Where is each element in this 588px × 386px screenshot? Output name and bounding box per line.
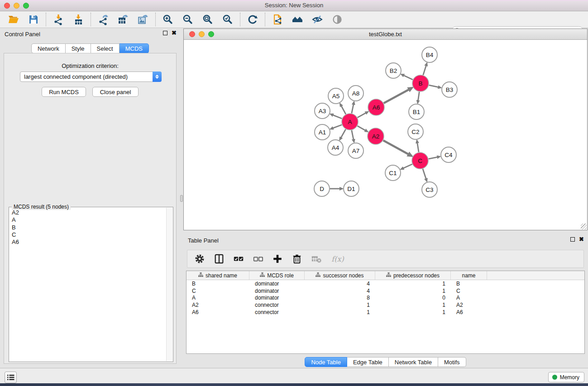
- edge-C-C4[interactable]: [429, 157, 438, 159]
- panel-splitter-grip[interactable]: [180, 195, 183, 202]
- table-cell[interactable]: A6: [451, 309, 487, 315]
- edge-C-C1[interactable]: [403, 164, 412, 168]
- import-network-icon[interactable]: [52, 13, 65, 26]
- refresh-icon[interactable]: [246, 13, 259, 26]
- edge-B-B1[interactable]: [418, 92, 420, 100]
- graph-node-A1[interactable]: A1: [315, 124, 330, 140]
- float-panel-icon[interactable]: [163, 31, 167, 35]
- mcds-result-item[interactable]: A6: [10, 238, 166, 246]
- graph-node-B4[interactable]: B4: [422, 47, 437, 62]
- graph-node-B3[interactable]: B3: [442, 82, 457, 97]
- eye-disabled-icon[interactable]: [331, 13, 344, 26]
- open-session-icon[interactable]: [7, 13, 20, 26]
- tab-select[interactable]: Select: [91, 43, 120, 53]
- edge-A2-C[interactable]: [383, 140, 409, 154]
- table-cell[interactable]: 0: [375, 295, 451, 301]
- edge-B-B3[interactable]: [429, 85, 439, 87]
- export-network-icon[interactable]: [97, 13, 110, 26]
- network-canvas[interactable]: B4B2BB3A5A8A6A3B1AA1C2A2A4A7C4CC1C3DD1: [184, 40, 587, 230]
- column-header-shared-name[interactable]: shared name: [186, 271, 249, 280]
- table-cell[interactable]: 1: [305, 302, 375, 308]
- table-cell[interactable]: connector: [249, 309, 305, 315]
- table-cell[interactable]: A2: [451, 302, 487, 308]
- mcds-result-item[interactable]: A2: [10, 209, 166, 216]
- table-cell[interactable]: dominator: [249, 281, 305, 287]
- tab-style[interactable]: Style: [66, 43, 91, 53]
- zoom-selected-icon[interactable]: [221, 13, 234, 26]
- graph-node-C[interactable]: C: [412, 152, 428, 169]
- mcds-result-item[interactable]: A: [10, 216, 166, 224]
- check-pair-icon[interactable]: [233, 253, 244, 265]
- table-cell[interactable]: B: [451, 281, 487, 287]
- table-cell[interactable]: 1: [375, 302, 451, 308]
- plus-icon[interactable]: [272, 253, 283, 265]
- task-history-button[interactable]: [5, 372, 17, 383]
- edge-A6-B[interactable]: [384, 90, 409, 103]
- edge-A-A6[interactable]: [358, 113, 366, 118]
- home-pair-icon[interactable]: [291, 13, 304, 26]
- graph-node-C4[interactable]: C4: [441, 147, 456, 162]
- graph-node-A3[interactable]: A3: [315, 103, 330, 119]
- table-row[interactable]: Bdominator41B: [186, 280, 584, 287]
- split-table-icon[interactable]: [213, 253, 225, 265]
- table-cell[interactable]: B: [186, 281, 249, 287]
- edge-A-A3[interactable]: [333, 115, 342, 119]
- tab-motifs[interactable]: Motifs: [438, 357, 466, 367]
- graph-node-C3[interactable]: C3: [422, 182, 437, 197]
- graph-node-B2[interactable]: B2: [386, 63, 401, 78]
- hide-graphics-details-icon[interactable]: [311, 13, 324, 26]
- table-row[interactable]: A6connector11A6: [186, 309, 584, 316]
- mcds-result-item[interactable]: C: [10, 231, 166, 238]
- table-cell[interactable]: A2: [186, 302, 249, 308]
- uncheck-pair-icon[interactable]: [252, 253, 264, 265]
- graph-node-B[interactable]: B: [412, 75, 429, 91]
- close-table-panel-icon[interactable]: ✖: [579, 237, 584, 242]
- save-session-icon[interactable]: [27, 13, 40, 26]
- graph-node-B1[interactable]: B1: [409, 104, 424, 119]
- edge-B-B2[interactable]: [404, 76, 413, 80]
- graph-node-C1[interactable]: C1: [385, 165, 401, 181]
- graph-node-A6[interactable]: A6: [368, 99, 384, 115]
- table-cell[interactable]: 1: [375, 281, 451, 287]
- zoom-fit-icon[interactable]: [201, 13, 214, 26]
- graph-node-A7[interactable]: A7: [348, 143, 363, 158]
- edge-A-A2[interactable]: [358, 126, 366, 130]
- zoom-out-icon[interactable]: [182, 13, 194, 26]
- gear-icon[interactable]: [194, 253, 206, 265]
- table-cell[interactable]: 8: [305, 295, 375, 301]
- graph-node-A[interactable]: A: [342, 114, 358, 130]
- memory-button[interactable]: Memory: [548, 372, 584, 382]
- table-cell[interactable]: dominator: [249, 288, 305, 294]
- table-cell[interactable]: connector: [249, 302, 305, 308]
- table-cell[interactable]: C: [186, 288, 249, 294]
- tab-network-table[interactable]: Network Table: [389, 357, 438, 367]
- dropdown-stepper-icon[interactable]: [153, 71, 162, 82]
- export-table-icon[interactable]: [117, 13, 129, 26]
- table-row[interactable]: A2connector11A2: [186, 301, 584, 309]
- edge-B-B4[interactable]: [423, 66, 426, 75]
- edge-A-A7[interactable]: [352, 130, 354, 140]
- export-image-icon[interactable]: [137, 13, 149, 26]
- graph-node-D1[interactable]: D1: [344, 181, 359, 196]
- network-from-file-icon[interactable]: [271, 13, 284, 26]
- trash-icon[interactable]: [291, 253, 303, 265]
- graph-node-A4[interactable]: A4: [328, 140, 343, 155]
- edge-A-A5[interactable]: [341, 106, 346, 114]
- run-mcds-button[interactable]: Run MCDS: [42, 87, 86, 97]
- graph-node-C2[interactable]: C2: [408, 124, 423, 139]
- graph-node-A5[interactable]: A5: [328, 88, 344, 104]
- zoom-in-icon[interactable]: [162, 13, 174, 26]
- window-resize-grip[interactable]: [581, 224, 587, 229]
- float-table-panel-icon[interactable]: [570, 237, 575, 242]
- table-cell[interactable]: A: [451, 295, 487, 301]
- edge-A-A1[interactable]: [333, 125, 342, 128]
- table-cell[interactable]: 1: [375, 288, 451, 294]
- column-header-successor-nodes[interactable]: successor nodes: [305, 271, 375, 280]
- column-header-name[interactable]: name: [451, 271, 487, 280]
- result-scrollbar[interactable]: [166, 208, 172, 361]
- import-table-icon[interactable]: [72, 13, 85, 26]
- table-cell[interactable]: A6: [186, 309, 249, 315]
- column-header-predecessor-nodes[interactable]: predecessor nodes: [375, 271, 451, 280]
- tab-edge-table[interactable]: Edge Table: [347, 357, 389, 367]
- table-cell[interactable]: 1: [375, 309, 451, 315]
